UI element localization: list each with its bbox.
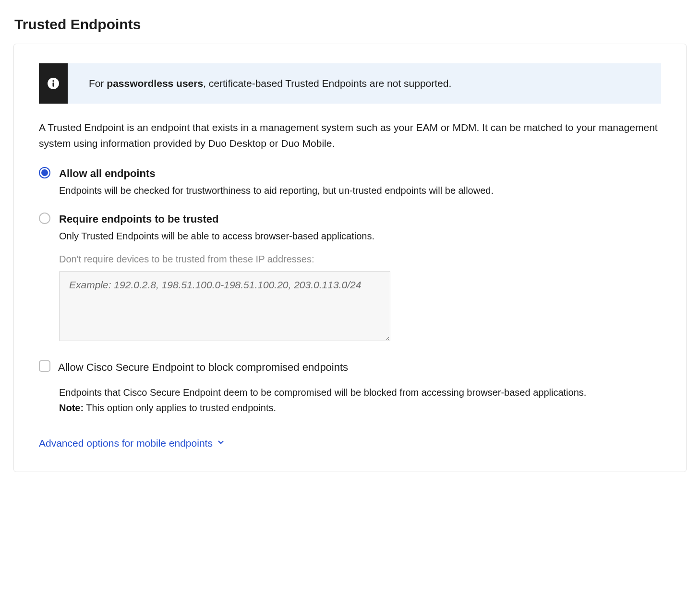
ip-exempt-textarea[interactable] [59, 271, 390, 341]
radio-label-allow-all: Allow all endpoints [59, 166, 155, 181]
checkbox-label-cisco-block: Allow Cisco Secure Endpoint to block com… [58, 359, 348, 375]
advanced-options-label: Advanced options for mobile endpoints [39, 438, 213, 449]
info-banner: For passwordless users, certificate-base… [39, 63, 661, 104]
info-prefix: For [89, 78, 107, 89]
radio-input-allow-all[interactable] [39, 167, 50, 178]
info-icon [39, 63, 68, 104]
note-label: Note: [59, 403, 84, 413]
radio-sub-allow-all: Endpoints will be checked for trustworth… [59, 183, 661, 198]
checkbox-cisco-block[interactable]: Allow Cisco Secure Endpoint to block com… [39, 359, 661, 375]
radio-allow-all[interactable]: Allow all endpoints [39, 166, 661, 181]
ip-exempt-block: Don't require devices to be trusted from… [59, 252, 661, 345]
checkbox-input-cisco-block[interactable] [39, 360, 50, 372]
radio-input-require-trusted[interactable] [39, 213, 50, 224]
note-text: This option only applies to trusted endp… [84, 403, 276, 413]
section-description: A Trusted Endpoint is an endpoint that e… [39, 120, 661, 151]
info-bold: passwordless users [107, 78, 203, 89]
info-suffix: , certificate-based Trusted Endpoints ar… [203, 78, 451, 89]
info-banner-text: For passwordless users, certificate-base… [68, 63, 466, 104]
radio-require-trusted[interactable]: Require endpoints to be trusted [39, 211, 661, 227]
cisco-block-description: Endpoints that Cisco Secure Endpoint dee… [59, 387, 586, 398]
ip-exempt-label: Don't require devices to be trusted from… [59, 252, 661, 266]
trust-mode-radio-group: Allow all endpoints Endpoints will be ch… [39, 166, 661, 415]
advanced-options-toggle[interactable]: Advanced options for mobile endpoints [39, 438, 225, 449]
radio-label-require-trusted: Require endpoints to be trusted [59, 211, 218, 227]
checkbox-sub-cisco-block: Endpoints that Cisco Secure Endpoint dee… [59, 385, 661, 415]
settings-panel: For passwordless users, certificate-base… [13, 44, 687, 472]
radio-sub-require-trusted: Only Trusted Endpoints will be able to a… [59, 229, 661, 243]
svg-rect-2 [52, 83, 54, 87]
chevron-down-icon [217, 438, 225, 449]
svg-point-1 [52, 80, 54, 82]
page-title: Trusted Endpoints [14, 13, 687, 35]
